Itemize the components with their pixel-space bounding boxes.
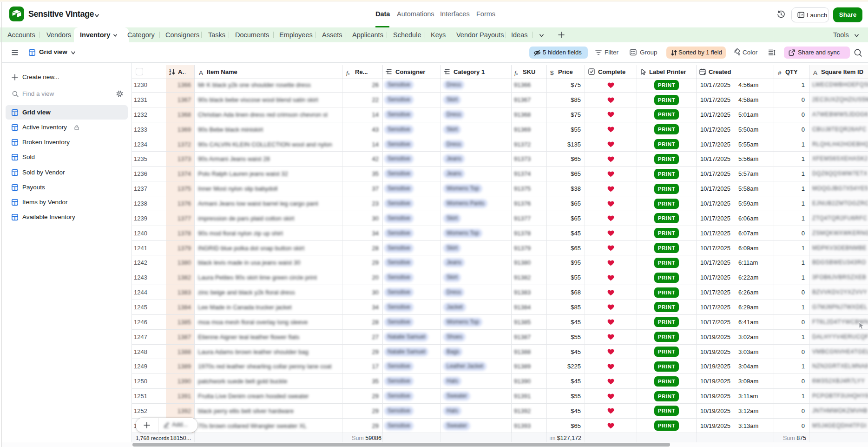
- svg-text:2: 2: [169, 72, 171, 75]
